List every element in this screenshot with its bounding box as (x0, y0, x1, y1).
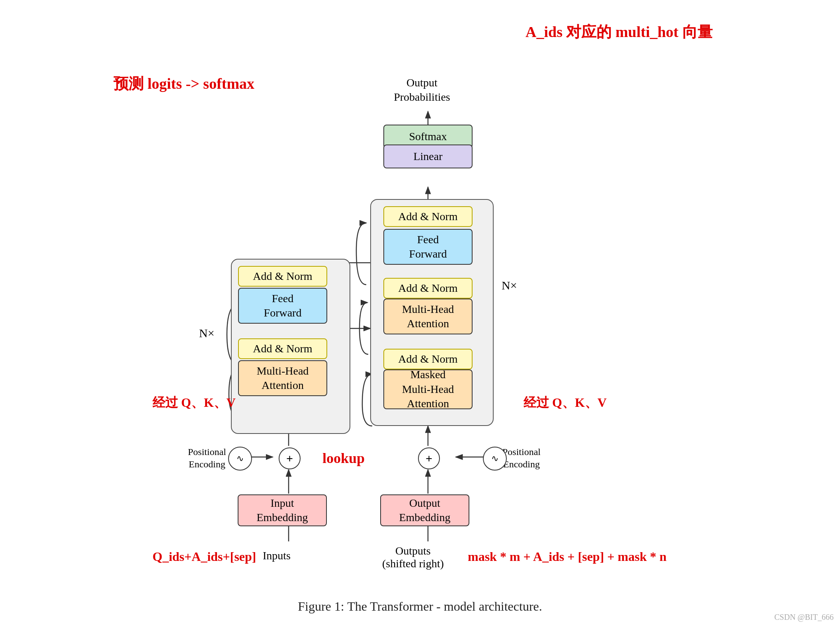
feed-forward-enc: FeedForward (238, 288, 327, 324)
linear-box: Linear (383, 145, 473, 168)
plus-circle-left: + (279, 447, 301, 469)
add-norm-enc-mid: Add & Norm (238, 338, 327, 359)
add-norm-dec-mid: Add & Norm (383, 278, 473, 299)
output-probabilities-label: OutputProbabilities (372, 76, 472, 105)
masked-multi-head: MaskedMulti-HeadAttention (383, 369, 473, 409)
plus-circle-right: + (418, 447, 440, 469)
feed-forward-dec: FeedForward (383, 229, 473, 265)
n-times-right: N× (502, 279, 517, 292)
n-times-left: N× (199, 326, 215, 340)
q-k-v-right-annotation: 经过 Q、K、V (524, 394, 607, 412)
wave-circle-right: ∿ (483, 447, 507, 471)
wave-circle-left: ∿ (228, 447, 252, 471)
multi-head-enc: Multi-HeadAttention (238, 360, 327, 396)
watermark: CSDN @BIT_666 (774, 613, 834, 622)
positional-encoding-left-label: PositionalEncoding (179, 446, 235, 471)
outputs-label: Outputs(shifted right) (382, 545, 444, 570)
input-embedding-box: InputEmbedding (238, 494, 327, 526)
main-container: A_ids 对应的 multi_hot 向量 预测 logits -> soft… (0, 0, 840, 625)
mask-annotation: mask * m + A_ids + [sep] + mask * n (468, 549, 666, 564)
add-norm-dec-bot: Add & Norm (383, 349, 473, 369)
add-norm-dec-top: Add & Norm (383, 206, 473, 227)
output-embedding-box: OutputEmbedding (380, 494, 469, 526)
inputs-label: Inputs (263, 549, 291, 562)
q-k-v-left-annotation: 经过 Q、K、V (152, 394, 236, 412)
q-ids-annotation: Q_ids+A_ids+[sep] (152, 549, 256, 564)
lookup-annotation: lookup (322, 450, 365, 467)
add-norm-enc-top: Add & Norm (238, 266, 327, 287)
figure-caption: Figure 1: The Transformer - model archit… (0, 599, 840, 614)
multi-head-dec: Multi-HeadAttention (383, 299, 473, 334)
diagram: OutputProbabilities Softmax Linear Add &… (141, 20, 699, 577)
